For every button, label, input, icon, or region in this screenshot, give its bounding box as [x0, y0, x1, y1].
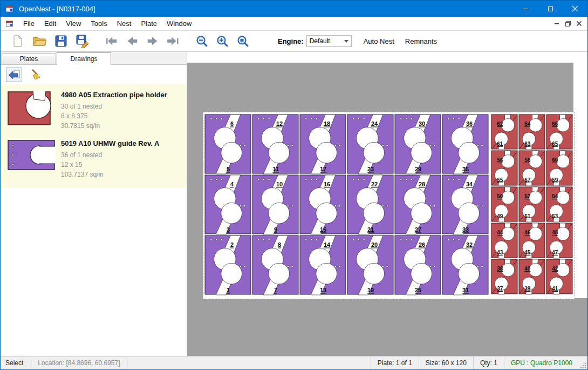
close-button[interactable] — [563, 1, 587, 17]
part-number: 11 — [272, 166, 279, 172]
nested-part-pair-red[interactable]: 4645 — [519, 223, 545, 258]
chevron-down-icon — [344, 40, 348, 43]
part-number: 49 — [497, 213, 503, 219]
menu-window[interactable]: Window — [162, 17, 196, 30]
open-file-button[interactable] — [29, 32, 50, 50]
nested-part-pair-purple[interactable]: 3433 — [442, 175, 488, 234]
nested-part-pair-red[interactable]: 5655 — [491, 151, 517, 186]
app-icon — [5, 4, 15, 14]
go-next-button[interactable] — [142, 32, 163, 50]
drawing-nested-count: 30 of 1 nested — [61, 102, 167, 111]
nested-part-pair-purple[interactable]: 3029 — [395, 115, 441, 174]
child-minimize-button[interactable] — [551, 19, 562, 29]
nested-part-pair-purple[interactable]: 2221 — [347, 175, 393, 234]
part-number: 2 — [230, 241, 234, 248]
nested-part-pair-red[interactable]: 4847 — [546, 223, 572, 258]
menu-edit[interactable]: Edit — [39, 17, 61, 30]
nested-part-pair-red[interactable]: 6059 — [546, 151, 572, 186]
canvas-margin-right — [573, 63, 587, 298]
document-system-icon[interactable] — [5, 19, 14, 28]
menu-plate[interactable]: Plate — [136, 17, 162, 30]
part-number: 57 — [524, 177, 531, 183]
go-last-button[interactable] — [163, 32, 183, 50]
part-number: 3 — [227, 226, 230, 233]
nest-canvas[interactable]: 6512111817242330293635431091615222128273… — [187, 52, 587, 356]
part-number: 26 — [419, 241, 425, 248]
menu-nest[interactable]: Nest — [112, 17, 136, 30]
clean-button[interactable] — [28, 68, 44, 82]
nested-part-pair-red[interactable]: 5453 — [546, 187, 572, 222]
nested-part-pair-red[interactable]: 5857 — [519, 151, 545, 186]
nested-part-pair-red[interactable]: 5251 — [519, 187, 545, 222]
tab-drawings[interactable]: Drawings — [57, 52, 111, 65]
part-number: 55 — [497, 177, 503, 183]
nested-part-pair-purple[interactable]: 3635 — [442, 115, 488, 174]
nested-part-pair-purple[interactable]: 87 — [252, 236, 298, 295]
part-number: 46 — [524, 230, 531, 236]
minimize-icon — [555, 23, 559, 24]
go-previous-button[interactable] — [122, 32, 142, 50]
remnants-button[interactable]: Remnants — [402, 35, 440, 48]
part-number: 12 — [276, 120, 283, 127]
nested-part-pair-purple[interactable]: 1413 — [300, 236, 346, 295]
tab-plates[interactable]: Plates — [2, 53, 56, 64]
go-first-button[interactable] — [101, 32, 122, 50]
drawing-item-4980[interactable]: 4980 A05 Extraction pipe holder 30 of 1 … — [1, 86, 187, 135]
menu-file[interactable]: File — [18, 17, 39, 30]
nested-part-pair-purple[interactable]: 2019 — [347, 236, 393, 295]
zoom-in-button[interactable] — [212, 32, 233, 50]
part-number: 35 — [462, 166, 469, 172]
save-as-button[interactable] — [72, 32, 93, 50]
resize-grip-icon[interactable] — [579, 356, 587, 369]
minimize-button[interactable] — [513, 1, 538, 17]
zoom-fit-button[interactable] — [233, 32, 253, 50]
nested-part-pair-red[interactable]: 4241 — [546, 259, 572, 294]
nested-part-pair-red[interactable]: 6463 — [519, 115, 545, 150]
main-toolbar: Engine: Default Auto Nest Remnants — [1, 31, 587, 52]
child-restore-button[interactable] — [562, 19, 573, 29]
nested-part-pair-red[interactable]: 3837 — [491, 259, 517, 294]
menu-view[interactable]: View — [61, 17, 86, 30]
nested-part-pair-purple[interactable]: 43 — [205, 175, 251, 234]
nested-part-pair-purple[interactable]: 1211 — [252, 115, 298, 174]
nested-part-pair-purple[interactable]: 109 — [252, 175, 298, 234]
nested-part-pair-purple[interactable]: 1817 — [300, 115, 346, 174]
engine-select[interactable]: Default — [306, 35, 352, 47]
part-number: 58 — [524, 157, 531, 163]
nest-plate[interactable]: 6512111817242330293635431091615222128273… — [203, 112, 575, 299]
nested-part-pair-red[interactable]: 6665 — [546, 115, 572, 150]
maximize-button[interactable] — [538, 1, 563, 17]
part-number: 5 — [227, 166, 230, 172]
zoom-out-button[interactable] — [192, 32, 212, 50]
part-thumbnail — [7, 139, 59, 179]
new-document-button[interactable] — [7, 32, 29, 50]
plate-count: Plate: 1 of 1 — [371, 356, 419, 369]
drawings-toolbar — [1, 65, 187, 84]
auto-nest-button[interactable]: Auto Nest — [360, 35, 398, 48]
child-close-button[interactable] — [573, 19, 585, 29]
save-button[interactable] — [50, 32, 72, 50]
import-drawing-button[interactable] — [6, 68, 22, 82]
nested-part-pair-purple[interactable]: 21 — [205, 236, 251, 295]
nested-part-pair-purple[interactable]: 2423 — [347, 115, 393, 174]
part-number: 21 — [367, 226, 374, 233]
drawing-title: 5019 A10 UHMW guide Rev. A — [61, 139, 159, 147]
nested-part-pair-red[interactable]: 6261 — [491, 115, 517, 150]
nested-part-pair-purple[interactable]: 3231 — [442, 236, 488, 295]
drawing-item-5019[interactable]: 5019 A10 UHMW guide Rev. A 36 of 1 neste… — [1, 135, 187, 184]
nested-part-pair-purple[interactable]: 65 — [205, 115, 251, 174]
part-number: 32 — [466, 241, 473, 248]
nested-part-pair-purple[interactable]: 2625 — [395, 236, 441, 295]
nested-part-pair-red[interactable]: 5049 — [491, 187, 517, 222]
location-indicator: Location: [84.8696, 60.6957] — [31, 356, 127, 369]
nested-part-pair-red[interactable]: 4443 — [491, 223, 517, 258]
nested-part-pair-red[interactable]: 4039 — [519, 259, 545, 294]
import-drawing-icon — [8, 68, 20, 81]
part-number: 31 — [462, 287, 469, 293]
part-number: 10 — [276, 181, 283, 187]
part-number: 48 — [552, 230, 558, 236]
nested-part-pair-purple[interactable]: 1615 — [300, 175, 346, 234]
part-number: 44 — [497, 230, 503, 236]
menu-tools[interactable]: Tools — [86, 17, 112, 30]
nested-part-pair-purple[interactable]: 2827 — [395, 175, 441, 234]
